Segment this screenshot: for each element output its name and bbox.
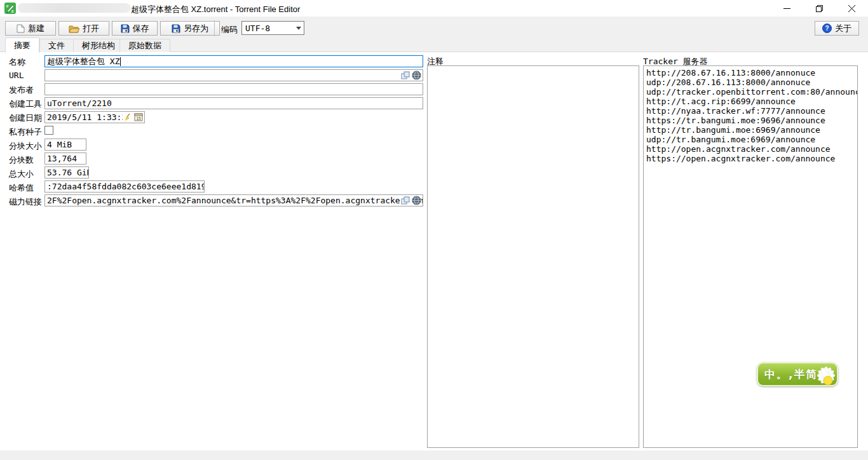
name-label: 名称 xyxy=(9,57,25,68)
created-date-input[interactable]: 2019/5/11 1:33:37 15 xyxy=(44,111,145,123)
piece-size-label: 分块大小 xyxy=(9,140,42,152)
ime-status-bar[interactable]: 中。,半简 xyxy=(757,362,838,386)
tracker-url: udp://tr.bangumi.moe:6969/announce xyxy=(646,135,855,144)
minimize-icon xyxy=(783,5,790,12)
save-button[interactable]: 保存 xyxy=(112,21,158,36)
tab-summary-label: 摘要 xyxy=(14,40,31,51)
svg-text:15: 15 xyxy=(136,116,141,121)
save-as-floppy-icon xyxy=(172,24,180,33)
tracker-url: https://open.acgnxtracker.com/announce xyxy=(646,154,855,163)
save-button-label: 保存 xyxy=(133,23,149,34)
close-button[interactable] xyxy=(836,0,868,17)
created-date-value: 2019/5/11 1:33:37 xyxy=(47,112,132,122)
clear-broom-icon[interactable] xyxy=(124,113,132,121)
piece-size-value: 4 MiB xyxy=(47,140,72,149)
open-folder-icon xyxy=(69,24,79,33)
calendar-icon[interactable]: 15 xyxy=(134,112,143,121)
name-value: 超级字体整合包 XZ xyxy=(47,56,119,67)
svg-text:F: F xyxy=(6,4,9,8)
encoding-select[interactable]: UTF-8 xyxy=(241,21,304,35)
tab-raw-data-label: 原始数据 xyxy=(128,40,161,51)
tracker-url: udp://208.67.16.113:8000/annonuce xyxy=(646,78,855,87)
daisy-flower-icon xyxy=(811,361,841,393)
new-document-icon xyxy=(17,24,25,33)
encoding-label: 编码 xyxy=(221,24,238,36)
save-as-button-label: 另存为 xyxy=(184,23,208,34)
copy-icon[interactable] xyxy=(401,71,410,80)
help-question-icon: ? xyxy=(822,24,832,33)
url-label: URL xyxy=(9,71,24,80)
created-date-label: 创建日期 xyxy=(9,112,42,124)
globe-icon[interactable] xyxy=(412,196,421,205)
tab-raw-data[interactable]: 原始数据 xyxy=(119,39,170,52)
hash-input[interactable]: :72daa4f58fdda082c603ce6eee1d8199359434 xyxy=(44,180,205,193)
title-bar: F E 超级字体整合包 XZ.torrent - Torrent File Ed… xyxy=(0,0,868,17)
tracker-url: http://nyaa.tracker.wf:7777/announce xyxy=(646,106,855,116)
close-icon xyxy=(848,5,855,12)
private-checkbox[interactable] xyxy=(44,126,53,135)
publisher-label: 发布者 xyxy=(9,85,34,96)
comment-textarea[interactable] xyxy=(427,65,639,448)
window-title: 超级字体整合包 XZ.torrent - Torrent File Editor xyxy=(131,4,300,15)
tab-tree-label: 树形结构 xyxy=(82,40,115,51)
minimize-button[interactable] xyxy=(771,0,803,17)
hash-value: :72daa4f58fdda082c603ce6eee1d8199359434 xyxy=(47,182,205,191)
toolbar: 新建 打开 保存 另存为 编码 UTF-8 ? xyxy=(0,17,868,37)
svg-text:E: E xyxy=(11,10,14,13)
save-floppy-icon xyxy=(121,24,130,33)
new-button-label: 新建 xyxy=(28,23,44,34)
chevron-down-icon xyxy=(296,27,301,30)
created-by-label: 创建工具 xyxy=(9,98,42,110)
about-button-label: 关于 xyxy=(835,23,851,34)
restore-icon xyxy=(816,5,823,12)
private-label: 私有种子 xyxy=(9,126,42,138)
tracker-url: http://t.acg.rip:6699/announce xyxy=(646,97,855,106)
save-as-button[interactable]: 另存为 xyxy=(160,21,220,36)
total-size-input[interactable]: 53.76 GiB xyxy=(44,166,89,179)
ime-mode-text: 中。,半简 xyxy=(764,367,818,382)
restore-button[interactable] xyxy=(803,0,836,17)
tracker-url: http://208.67.16.113:8000/annonuce xyxy=(646,68,855,78)
tracker-url: https://tr.bangumi.moe:9696/announce xyxy=(646,116,855,125)
toolbar-separator xyxy=(214,20,215,36)
magnet-label: 磁力链接 xyxy=(9,196,42,208)
piece-count-input[interactable]: 13,764 xyxy=(44,152,86,165)
new-button[interactable]: 新建 xyxy=(5,21,56,36)
magnet-value: 2F%2Fopen.acgnxtracker.com%2Fannounce&tr… xyxy=(47,196,423,205)
tab-strip: 摘要 文件 树形结构 原始数据 xyxy=(0,37,868,52)
tab-files[interactable]: 文件 xyxy=(39,39,74,52)
encoding-value: UTF-8 xyxy=(245,24,270,33)
created-by-value: uTorrent/2210 xyxy=(47,98,112,108)
about-button[interactable]: ? 关于 xyxy=(815,21,859,36)
tab-summary[interactable]: 摘要 xyxy=(5,37,39,53)
app-icon: F E xyxy=(4,3,16,14)
svg-text:?: ? xyxy=(825,25,829,32)
hash-label: 哈希值 xyxy=(9,182,34,194)
text-caret xyxy=(120,57,121,66)
open-button[interactable]: 打开 xyxy=(58,21,109,36)
tracker-url: http://open.acgnxtracker.com/announce xyxy=(646,144,855,154)
magnet-input[interactable]: 2F%2Fopen.acgnxtracker.com%2Fannounce&tr… xyxy=(44,194,423,206)
copy-icon[interactable] xyxy=(401,196,410,205)
tab-tree[interactable]: 树形结构 xyxy=(73,39,124,52)
created-by-input[interactable]: uTorrent/2210 xyxy=(44,97,423,109)
globe-icon[interactable] xyxy=(412,71,421,80)
name-input[interactable]: 超级字体整合包 XZ xyxy=(44,55,423,67)
tab-files-label: 文件 xyxy=(48,40,65,51)
piece-size-input[interactable]: 4 MiB xyxy=(44,139,86,151)
window-bottom-margin xyxy=(0,450,868,460)
piece-count-label: 分块数 xyxy=(9,154,34,166)
open-button-label: 打开 xyxy=(83,23,99,34)
url-input[interactable] xyxy=(44,69,423,81)
piece-count-value: 13,764 xyxy=(47,154,77,163)
tracker-url: udp://tracker.openbittorrent.com:80/anno… xyxy=(646,87,855,97)
redacted-path-blob xyxy=(18,3,131,13)
summary-pane: 名称 超级字体整合包 XZ URL 发布者 创建工具 uTorrent/2210… xyxy=(0,52,868,450)
total-size-label: 总大小 xyxy=(9,168,34,180)
total-size-value: 53.76 GiB xyxy=(47,168,89,177)
tracker-url: http://tr.bangumi.moe:6969/announce xyxy=(646,125,855,135)
publisher-input[interactable] xyxy=(44,83,423,95)
